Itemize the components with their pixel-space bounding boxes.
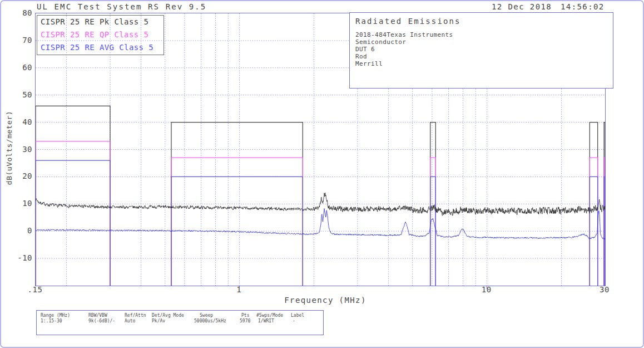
y-tick-70: 70 [10,36,32,45]
y-tick-30: 30 [10,145,32,154]
y-tick-50: 50 [10,90,32,99]
col-swps-header: #Swps/Mode [256,313,283,318]
col-sweep-value: 50000us/5kHz [194,318,226,324]
page-title: UL EMC Test System RS Rev 9.5 [37,2,206,11]
col-det-header: Det/Avg Mode [152,313,184,318]
col-ref-header: Ref/Attn [125,313,146,318]
x-tickmark-10 [487,286,487,289]
y-tick--10: -10 [10,253,32,262]
test-info-engineer: Merrill [355,60,383,67]
col-range-header: Range (MHz) [41,313,70,318]
col-label-header: Label [291,313,304,318]
col-det-value: Pk/Av [152,318,165,324]
col-ref-value: Auto [125,318,135,324]
y-tick-40: 40 [10,117,32,126]
col-pts-value: 5970 [240,318,250,324]
header-date: 12 Dec 2018 [492,2,552,11]
y-tick-20: 20 [10,171,32,180]
col-swps-value: I/WRIT [258,318,274,324]
test-info-project: 2018-484Texas Instruments [355,31,453,38]
emc-test-system-screen: UL EMC Test System RS Rev 9.5 12 Dec 201… [0,0,644,348]
trace-legend: CISPR 25 RE Pk Class 5 CISPR 25 RE QP Cl… [37,15,164,55]
y-tick-80: 80 [10,8,32,17]
legend-item-qp: CISPR 25 RE QP Class 5 [41,30,148,41]
test-info-box: Radiated Emissions 2018-484Texas Instrum… [349,12,613,89]
test-info-antenna: Rod [355,53,367,60]
col-label-value: - [293,318,295,324]
x-axis-label: Frequency (MHz) [253,296,398,305]
header-time: 14:56:02 [561,2,605,11]
test-info-company: Semiconductor [355,38,406,46]
col-pts-header: Pts [241,313,249,318]
col-rbw-header: RBW/VBW [88,313,107,318]
y-tick-10: 10 [10,199,32,208]
y-tick-60: 60 [10,63,32,72]
x-tick-.15: .15 [23,285,47,294]
test-info-dut: DUT 6 [355,46,375,53]
x-tick-30: 30 [592,285,617,294]
col-rbw-value: 9k(-6dB)/- [88,318,115,324]
test-info-title: Radiated Emissions [355,17,461,26]
col-sweep-header: Sweep [200,313,213,318]
x-tickmark-1 [239,286,240,289]
sweep-settings-table: Range (MHz) RBW/VBW Ref/Attn Det/Avg Mod… [36,310,324,335]
legend-item-avg: CISPR 25 RE AVG Class 5 [41,43,153,54]
y-tick-0: 0 [10,226,32,235]
col-range-value: 1:.15-30 [41,318,62,324]
legend-item-pk: CISPR 25 RE Pk Class 5 [41,17,148,28]
